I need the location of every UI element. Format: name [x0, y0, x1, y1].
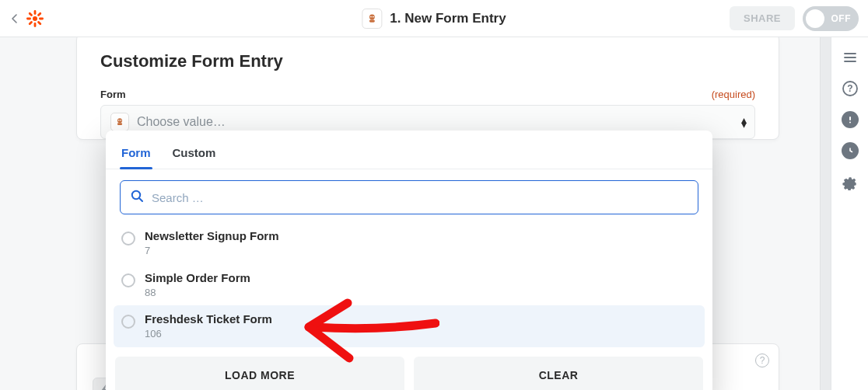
svg-rect-18 [849, 117, 851, 120]
editor-heading: Customize Form Entry [100, 51, 755, 71]
svg-point-22 [118, 120, 120, 121]
svg-rect-8 [37, 20, 42, 25]
zapier-logo-icon[interactable] [25, 9, 45, 29]
svg-line-25 [139, 198, 142, 201]
form-dropdown: Form Custom Newsletter Signup Form 7 [106, 131, 712, 390]
step-title: 1. New Form Entry [362, 9, 506, 29]
svg-rect-5 [37, 12, 42, 16]
svg-rect-2 [34, 23, 37, 27]
svg-rect-10 [369, 19, 375, 22]
tab-custom[interactable]: Custom [173, 140, 216, 169]
share-button[interactable]: SHARE [730, 6, 795, 30]
help-badge-icon[interactable]: ? [755, 353, 769, 367]
option-title: Newsletter Signup Form [145, 229, 279, 243]
form-option[interactable]: Newsletter Signup Form 7 [114, 222, 705, 264]
toggle-knob [806, 9, 824, 28]
svg-rect-7 [28, 12, 33, 16]
radio-icon [121, 315, 135, 329]
option-sub: 88 [145, 287, 250, 299]
gear-icon[interactable] [841, 172, 859, 191]
alert-icon[interactable] [841, 110, 859, 129]
option-title: Freshdesk Ticket Form [145, 312, 272, 326]
svg-text:?: ? [847, 83, 852, 94]
radio-icon [121, 273, 135, 287]
step-title-text: 1. New Form Entry [390, 11, 506, 26]
back-chevron-icon[interactable] [9, 13, 20, 24]
option-sub: 106 [145, 328, 272, 340]
form-option[interactable]: Freshdesk Ticket Form 106 [114, 305, 705, 347]
form-field-label: Form [100, 89, 126, 100]
select-sort-icon: ▴▾ [741, 117, 747, 127]
editor-card: Customize Form Entry Form (required) Cho… [76, 37, 779, 140]
svg-point-11 [370, 16, 372, 17]
form-field-required: (required) [712, 89, 755, 100]
page-scrollbar[interactable] [820, 37, 831, 390]
publish-toggle[interactable]: OFF [803, 6, 859, 31]
right-toolbar: ? [831, 37, 868, 390]
svg-rect-1 [34, 10, 37, 15]
radio-icon [121, 232, 135, 245]
svg-rect-4 [39, 17, 44, 19]
tab-form[interactable]: Form [121, 140, 151, 169]
svg-rect-3 [26, 17, 31, 19]
load-more-button[interactable]: LOAD MORE [115, 357, 404, 390]
outline-icon[interactable] [841, 48, 859, 67]
svg-rect-19 [849, 122, 851, 124]
clear-button[interactable]: CLEAR [414, 357, 703, 390]
wpforms-app-icon [362, 9, 382, 29]
option-sub: 7 [145, 245, 279, 257]
toggle-off-label: OFF [831, 13, 852, 24]
form-option[interactable]: Simple Order Form 88 [114, 264, 705, 306]
svg-rect-6 [28, 20, 33, 25]
svg-point-0 [33, 16, 37, 21]
option-title: Simple Order Form [145, 271, 250, 285]
history-icon[interactable] [841, 141, 859, 160]
form-select-placeholder: Choose value… [137, 115, 226, 129]
help-icon[interactable]: ? [841, 79, 859, 98]
svg-point-9 [369, 14, 375, 19]
search-input[interactable] [152, 191, 688, 204]
svg-rect-21 [117, 123, 122, 125]
svg-point-20 [117, 118, 122, 123]
svg-point-23 [120, 120, 121, 121]
wpforms-app-icon [110, 113, 129, 131]
svg-point-12 [373, 16, 374, 17]
search-icon [130, 189, 144, 206]
